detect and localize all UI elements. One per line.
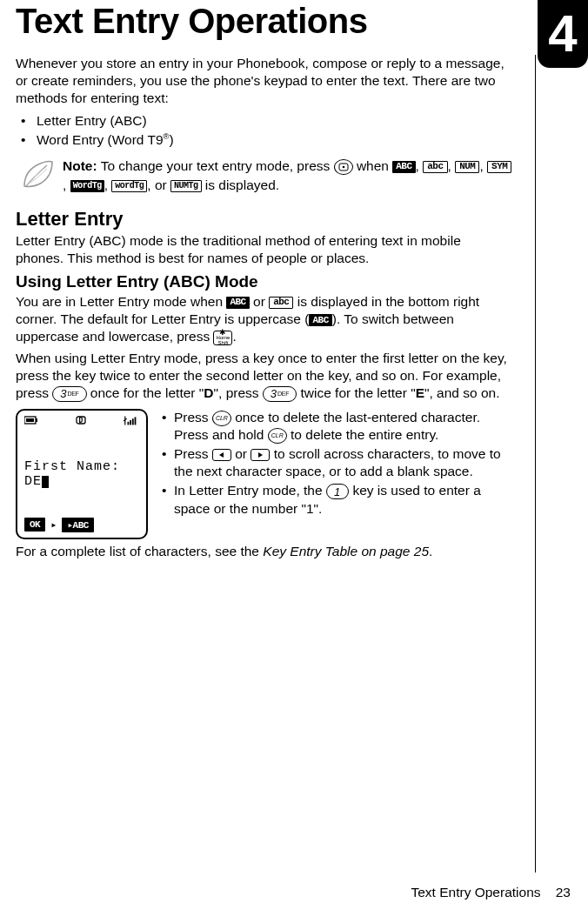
text: Press: [174, 446, 212, 461]
text: In Letter Entry mode, the: [174, 483, 326, 498]
text: ", press: [214, 385, 263, 400]
page-footer: Text Entry Operations 23: [411, 885, 571, 900]
content-column: Whenever you store an entry in your Phon…: [16, 55, 536, 873]
section-heading-letter-entry: Letter Entry: [16, 208, 512, 231]
svg-rect-8: [130, 420, 131, 425]
methods-list: Letter Entry (ABC) Word Entry (Word T9®): [16, 111, 512, 149]
screen-softkeys: OK ▸ ▸ABC: [24, 518, 139, 532]
screen-entered-text: DE: [24, 474, 139, 489]
subsection-heading-using: Using Letter Entry (ABC) Mode: [16, 272, 512, 291]
right-arrow-icon: ▸: [50, 518, 57, 532]
using-paragraph-2: When using Letter Entry mode, press a ke…: [16, 350, 512, 402]
text: or: [231, 446, 251, 461]
method-text: Word Entry (Word T9: [37, 132, 164, 147]
svg-rect-3: [26, 418, 34, 422]
using-paragraph-1: You are in Letter Entry mode when ABC or…: [16, 293, 512, 345]
text: ", and so on.: [424, 385, 500, 400]
mode-abc-upper-icon: ABC: [392, 161, 415, 173]
letter-e: E: [416, 385, 424, 400]
battery-icon: [24, 416, 38, 428]
footer-page-number: 23: [556, 885, 571, 899]
closing-paragraph: For a complete list of characters, see t…: [16, 543, 512, 560]
text-cursor-icon: [42, 476, 49, 488]
screen-content: First Name: DE: [24, 428, 139, 518]
clr-key-icon: CLR: [268, 428, 287, 444]
page-container: 4 Text Entry Operations Whenever you sto…: [0, 0, 588, 916]
letter-d: D: [204, 385, 213, 400]
clr-key-icon: CLR: [212, 411, 231, 426]
svg-rect-4: [36, 418, 37, 422]
chapter-number: 4: [548, 8, 577, 60]
left-arrow-key-icon: [212, 449, 231, 461]
three-def-key-icon: 3DEF: [263, 386, 297, 402]
softkey-mode: ▸ABC: [62, 518, 93, 532]
mode-wordtg-upper-icon: WordTg: [70, 180, 104, 192]
list-item: Press CLR once to delete the last-entere…: [158, 409, 512, 444]
three-def-key-icon: 3DEF: [52, 386, 86, 402]
chapter-tab: 4: [538, 0, 588, 68]
menu-key-icon: [334, 159, 353, 175]
signal-icon: [124, 416, 139, 428]
text: .: [429, 544, 432, 558]
text: You are in Letter Entry mode when: [16, 294, 226, 309]
note-text: Note: To change your text entry mode, pr…: [63, 157, 512, 196]
screen-status-bar: D: [24, 416, 139, 428]
instruction-bullets: Press CLR once to delete the last-entere…: [158, 409, 512, 519]
mode-abc-upper-icon: ABC: [309, 314, 331, 326]
svg-point-1: [342, 165, 344, 168]
text: to delete the entire entry.: [287, 427, 439, 442]
note-part: is displayed.: [202, 177, 280, 192]
method-suffix: ): [169, 132, 173, 147]
mode-wordtg-lower-icon: wordTg: [111, 180, 147, 192]
svg-text:D: D: [79, 417, 84, 425]
letter-entry-body: Letter Entry (ABC) mode is the tradition…: [16, 232, 512, 267]
mode-sym-icon: SYM: [487, 161, 511, 173]
mode-numtg-icon: NUMTg: [170, 180, 202, 192]
screen-and-bullets-row: D First Name: DE: [16, 409, 512, 539]
list-item: Letter Entry (ABC): [16, 111, 512, 130]
right-arrow-key-icon: [251, 449, 270, 461]
text: or: [250, 294, 269, 309]
text: once for the letter ": [87, 385, 204, 400]
text: twice for the letter ": [297, 385, 415, 400]
mode-num-icon: NUM: [455, 161, 479, 173]
note-part: To change your text entry mode, press: [97, 158, 334, 173]
note-label: Note:: [63, 158, 97, 173]
mode-abc-upper-icon: ABC: [226, 297, 249, 309]
svg-rect-9: [132, 418, 134, 425]
d-icon: D: [76, 416, 86, 428]
cross-reference: Key Entry Table on page 25: [263, 544, 429, 558]
mode-abc-lower-icon: abc: [269, 297, 293, 309]
svg-rect-10: [135, 417, 137, 425]
note-block: Note: To change your text entry mode, pr…: [21, 157, 512, 196]
note-part: when: [353, 158, 393, 173]
one-key-icon: 1: [326, 484, 349, 499]
softkey-ok: OK: [24, 518, 45, 532]
mode-abc-lower-icon: abc: [423, 161, 447, 173]
text: Press: [174, 410, 212, 425]
note-part: , or: [147, 177, 170, 192]
footer-title: Text Entry Operations: [411, 885, 540, 899]
note-leaf-icon: [21, 160, 54, 193]
svg-rect-7: [128, 422, 130, 425]
phone-screen-illustration: D First Name: DE: [16, 409, 148, 539]
intro-paragraph: Whenever you store an entry in your Phon…: [16, 55, 512, 106]
list-item: In Letter Entry mode, the 1 key is used …: [158, 482, 512, 517]
page-title: Text Entry Operations: [16, 0, 571, 41]
list-item: Press or to scroll across characters, to…: [158, 445, 512, 480]
list-item: Word Entry (Word T9®): [16, 130, 512, 150]
star-shift-key-icon: ✱HomeShift: [213, 331, 232, 345]
screen-label: First Name:: [24, 459, 139, 474]
text: .: [232, 329, 236, 344]
text: For a complete list of characters, see t…: [16, 544, 263, 558]
